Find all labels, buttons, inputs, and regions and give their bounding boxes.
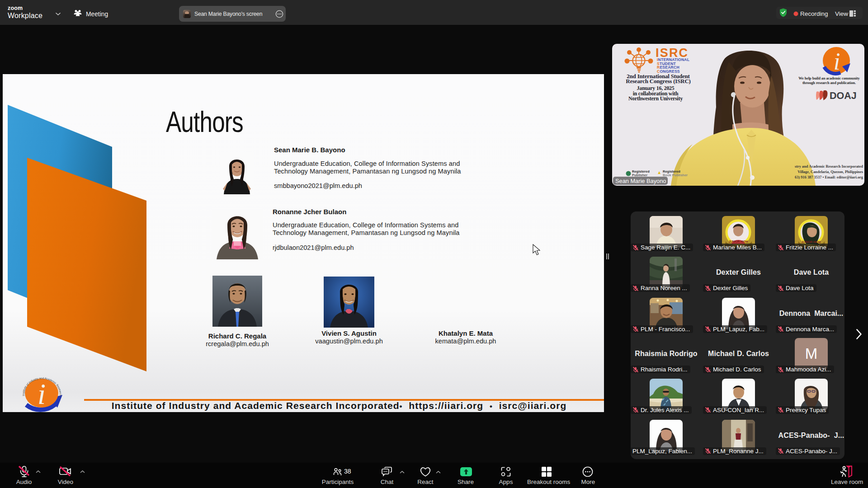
- svg-text:DOAJ: DOAJ: [830, 90, 857, 101]
- svg-text:JUNIOR HIGH: JUNIOR HIGH: [729, 240, 748, 243]
- svg-text:JUNIOR HIGH: JUNIOR HIGH: [802, 240, 821, 244]
- svg-text:i: i: [833, 48, 840, 75]
